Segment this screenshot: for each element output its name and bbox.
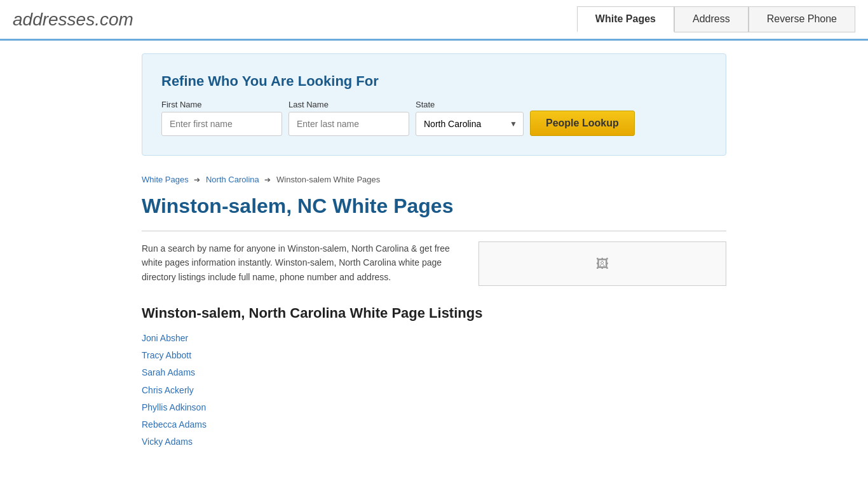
main-nav: White Pages Address Reverse Phone bbox=[577, 6, 855, 32]
last-name-group: Last Name bbox=[288, 100, 409, 136]
listing-link[interactable]: Joni Absher bbox=[142, 333, 188, 343]
page-description: Run a search by name for anyone in Winst… bbox=[142, 241, 466, 286]
list-item: Joni Absher bbox=[142, 330, 726, 346]
last-name-label: Last Name bbox=[288, 100, 409, 109]
first-name-label: First Name bbox=[161, 100, 282, 109]
header: addresses.com White Pages Address Revers… bbox=[0, 0, 868, 41]
breadcrumb-white-pages[interactable]: White Pages bbox=[142, 175, 189, 184]
state-select[interactable]: All 50 States Alabama Alaska Arizona Ark… bbox=[416, 112, 524, 136]
breadcrumb-current: Winston-salem White Pages bbox=[276, 175, 380, 184]
state-label: State bbox=[416, 100, 524, 109]
list-item: Phyllis Adkinson bbox=[142, 400, 726, 416]
listing-link[interactable]: Tracy Abbott bbox=[142, 350, 191, 360]
last-name-input[interactable] bbox=[288, 112, 409, 136]
listings-list: Joni AbsherTracy AbbottSarah AdamsChris … bbox=[142, 330, 726, 450]
page-title: Winston-salem, NC White Pages bbox=[142, 194, 726, 218]
list-item: Vicky Adams bbox=[142, 434, 726, 450]
listing-link[interactable]: Phyllis Adkinson bbox=[142, 402, 206, 412]
search-form: First Name Last Name State All 50 States… bbox=[161, 100, 707, 136]
list-item: Tracy Abbott bbox=[142, 348, 726, 363]
listing-link[interactable]: Chris Ackerly bbox=[142, 385, 194, 395]
nav-reverse-phone[interactable]: Reverse Phone bbox=[749, 6, 855, 32]
content-area: Run a search by name for anyone in Winst… bbox=[142, 241, 726, 286]
site-logo: addresses.com bbox=[13, 10, 133, 30]
breadcrumb-arrow-1: ➔ bbox=[194, 175, 200, 184]
list-item: Rebecca Adams bbox=[142, 417, 726, 433]
listings-title: Winston-salem, North Carolina White Page… bbox=[142, 305, 726, 322]
breadcrumb: White Pages ➔ North Carolina ➔ Winston-s… bbox=[142, 175, 726, 184]
list-item: Chris Ackerly bbox=[142, 383, 726, 398]
main-content: Refine Who You Are Looking For First Nam… bbox=[129, 41, 739, 463]
breadcrumb-arrow-2: ➔ bbox=[264, 175, 271, 184]
people-lookup-button[interactable]: People Lookup bbox=[530, 111, 635, 136]
list-item: Sarah Adams bbox=[142, 365, 726, 381]
state-select-container: All 50 States Alabama Alaska Arizona Ark… bbox=[416, 112, 524, 136]
listing-link[interactable]: Rebecca Adams bbox=[142, 419, 207, 430]
listing-link[interactable]: Sarah Adams bbox=[142, 367, 195, 377]
ad-placeholder-icon: 🖼 bbox=[596, 257, 609, 271]
listing-link[interactable]: Vicky Adams bbox=[142, 437, 193, 447]
search-box: Refine Who You Are Looking For First Nam… bbox=[142, 53, 726, 156]
search-title: Refine Who You Are Looking For bbox=[161, 73, 707, 90]
nav-address[interactable]: Address bbox=[674, 6, 749, 32]
first-name-group: First Name bbox=[161, 100, 282, 136]
breadcrumb-north-carolina[interactable]: North Carolina bbox=[206, 175, 259, 184]
ad-box: 🖼 bbox=[478, 241, 726, 286]
first-name-input[interactable] bbox=[161, 112, 282, 136]
section-divider bbox=[142, 231, 726, 231]
nav-white-pages[interactable]: White Pages bbox=[577, 6, 674, 32]
state-group: State All 50 States Alabama Alaska Arizo… bbox=[416, 100, 524, 136]
